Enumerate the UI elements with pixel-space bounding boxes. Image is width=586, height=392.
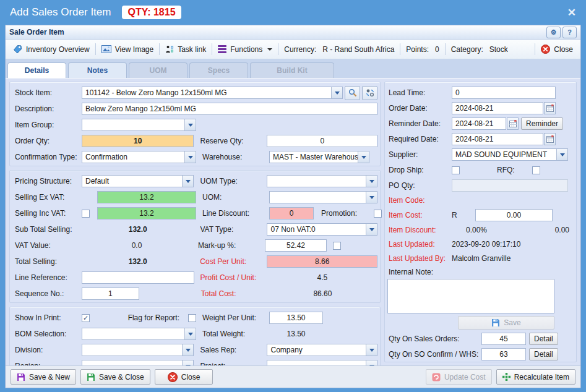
order-date-input[interactable]: 2024-08-21 [452,102,543,114]
close-icon[interactable]: ✕ [567,6,576,19]
line-reference-input[interactable] [82,271,194,284]
drop-ship-checkbox[interactable] [452,166,460,174]
item-group-select[interactable] [82,119,196,131]
gear-icon[interactable]: ⚙ [546,27,561,38]
warehouse-select[interactable]: MAST - Master Warehouse [269,151,369,163]
markup-checkbox[interactable] [333,242,341,250]
task-link-button[interactable]: Task link [160,45,211,54]
description-input[interactable]: Below Zero Mango 12x150ml MG [82,103,377,115]
chevron-down-icon[interactable] [358,151,369,163]
selling-ex-vat-input[interactable]: 13.2 [97,191,196,203]
project-select[interactable] [267,360,377,365]
chevron-down-icon[interactable] [331,87,342,98]
chevron-down-icon[interactable] [366,192,377,203]
region-select[interactable] [82,360,194,365]
rfq-checkbox[interactable] [532,166,540,174]
category-display: Category: Stock [446,45,513,54]
bom-selection-select[interactable] [82,328,196,340]
show-in-print-checkbox[interactable]: ✓ [82,314,90,322]
recalculate-grid-icon [502,373,511,381]
confirmation-type-select[interactable]: Confirmation [82,151,196,163]
flag-for-report-checkbox[interactable] [188,314,196,322]
internal-note-textarea[interactable] [387,279,554,313]
order-date-label: Order Date: [387,104,452,113]
chevron-down-icon[interactable] [184,119,196,130]
save-note-label: Save [504,318,520,327]
uom-type-select[interactable] [267,175,377,187]
sales-rep-label: Sales Rep: [194,346,267,354]
reminder-date-input[interactable]: 2024-08-21 [452,117,506,130]
chevron-down-icon[interactable] [556,149,567,160]
item-cost-input[interactable]: 0.00 [475,209,553,221]
tab-details[interactable]: Details [7,62,66,78]
qty-on-sales-orders-label: Qty On Sales Orders: [387,334,481,343]
vat-value-value: 0.0 [82,241,192,250]
cost-per-unit-input[interactable]: 8.66 [267,255,377,268]
tab-notes[interactable]: Notes [68,62,127,78]
stock-item-select[interactable]: 101142 - Below Zero Mango 12x150ml MG [82,87,343,99]
toolbar-close-button[interactable]: Close [536,45,578,54]
last-updated-by-label: Last Updated By: [387,254,452,263]
save-and-close-label: Save & Close [99,373,144,381]
qty-whs-detail-button[interactable]: Detail [529,348,558,360]
view-image-label: View Image [115,45,153,54]
chevron-down-icon[interactable] [184,151,196,163]
calendar-icon[interactable] [544,102,556,114]
chevron-down-icon[interactable] [182,176,193,187]
required-date-input[interactable]: 2024-08-21 [452,133,543,145]
uom-select[interactable] [269,191,377,203]
promotion-checkbox[interactable] [374,210,382,218]
currency-value: R - Rand South Africa [322,45,394,54]
supplier-group-box: Lead Time: 0 Order Date: 2024-08-21 Remi… [384,82,577,362]
close-button[interactable]: Close [155,369,213,385]
order-qty-input[interactable]: 10 [82,135,194,147]
qty-on-so-confirm-input[interactable]: 63 [481,348,526,360]
chevron-down-icon[interactable] [182,360,193,365]
save-note-button: Save [458,316,554,330]
qty-on-sales-orders-input[interactable]: 45 [481,333,526,345]
chevron-down-icon[interactable] [366,176,377,187]
save-and-close-button[interactable]: Save & Close [80,369,150,385]
inventory-overview-button[interactable]: Inventory Overview [8,45,95,54]
last-updated-value: 2023-09-20 09:17:10 [452,240,520,249]
chevron-down-icon[interactable] [366,224,377,235]
profit-cost-unit-label: Profit Cost / Unit: [194,273,267,282]
points-label: Points: [406,45,429,54]
supplier-select[interactable]: MAD SOUND EQUIPMENT [452,148,568,161]
pricing-group-box: Pricing Structure: Default UOM Type: Sel… [9,170,381,303]
division-label: Division: [12,346,82,354]
weight-per-unit-input[interactable]: 13.50 [269,312,323,324]
view-image-button[interactable]: View Image [97,45,158,54]
chevron-down-icon[interactable] [182,344,193,356]
selling-ex-vat-label: Selling Ex VAT: [12,193,82,202]
help-icon[interactable]: ? [562,27,577,38]
functions-dropdown[interactable]: Functions [213,45,277,54]
search-button[interactable] [345,86,360,100]
swap-item-button[interactable] [362,86,377,100]
selling-inc-vat-checkbox[interactable] [82,210,90,218]
vat-type-select[interactable]: 07 Non VAT:0 [267,223,377,236]
chevron-down-icon[interactable] [366,360,377,365]
chevron-down-icon[interactable] [184,328,196,339]
recalculate-item-button[interactable]: Recalculate Item [496,369,575,385]
chevron-down-icon[interactable] [366,344,377,356]
selling-inc-vat-input[interactable]: 13.2 [97,207,196,219]
sequence-no-input[interactable]: 1 [82,288,139,300]
category-value: Stock [489,45,508,54]
calendar-icon[interactable] [544,133,556,145]
markup-input[interactable]: 52.42 [265,239,327,252]
sales-rep-select[interactable]: Company [267,344,377,356]
division-select[interactable] [82,344,194,356]
lead-time-input[interactable]: 0 [452,87,556,99]
pricing-structure-select[interactable]: Default [82,175,194,187]
panel-header: Sale Order Item ⚙ ? [6,25,580,40]
item-cost-currency: R [452,211,475,219]
calendar-icon[interactable] [507,117,519,130]
reminder-button[interactable]: Reminder [521,117,563,130]
line-discount-input[interactable]: 0 [269,207,314,219]
close-circle-icon [541,45,550,54]
reserve-qty-input[interactable]: 0 [267,135,377,147]
qty-so-detail-button[interactable]: Detail [529,333,558,345]
uom-value [270,192,366,203]
save-and-new-button[interactable]: Save & New [11,369,76,385]
